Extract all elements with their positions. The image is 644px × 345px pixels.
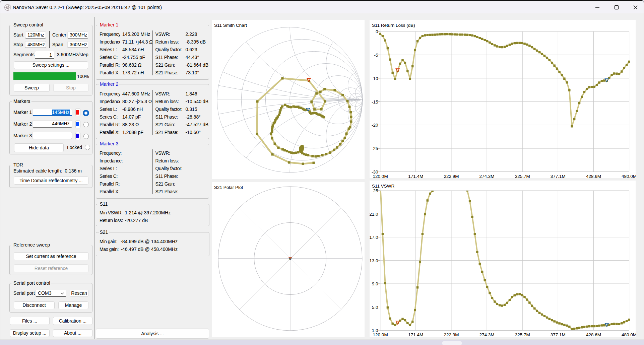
svg-text:325.7M: 325.7M [515, 332, 530, 337]
svg-text:21.0: 21.0 [370, 212, 378, 217]
svg-text:480.0M: 480.0M [622, 174, 636, 178]
svg-text:171.4M: 171.4M [408, 174, 423, 178]
svg-text:S11 VSWR: S11 VSWR [372, 184, 395, 189]
svg-text:274.3M: 274.3M [479, 174, 494, 178]
svg-text:5.0: 5.0 [372, 305, 378, 310]
svg-text:S11 Smith Chart: S11 Smith Chart [214, 23, 247, 28]
svg-text:325.7M: 325.7M [515, 174, 530, 178]
svg-text:9.0: 9.0 [372, 281, 378, 286]
svg-text:-15: -15 [372, 99, 378, 105]
svg-text:17.0: 17.0 [370, 235, 378, 240]
svg-text:428.6M: 428.6M [586, 332, 601, 337]
svg-text:S11 Return Loss (dB): S11 Return Loss (dB) [372, 23, 415, 28]
svg-text:222.9M: 222.9M [444, 332, 459, 337]
svg-text:480.0M: 480.0M [622, 332, 636, 337]
svg-text:377.1M: 377.1M [551, 332, 566, 337]
svg-text:0: 0 [376, 29, 378, 34]
svg-text:-10: -10 [372, 76, 378, 81]
svg-text:S21 Polar Plot: S21 Polar Plot [214, 185, 243, 190]
svg-text:171.4M: 171.4M [408, 332, 423, 337]
svg-text:13.0: 13.0 [370, 258, 378, 263]
svg-text:377.1M: 377.1M [551, 174, 566, 178]
svg-text:-5: -5 [374, 53, 378, 58]
svg-text:120.0M: 120.0M [373, 174, 388, 178]
svg-text:222.9M: 222.9M [444, 174, 459, 178]
svg-text:120.0M: 120.0M [373, 332, 388, 337]
svg-text:-25: -25 [372, 146, 378, 151]
svg-text:25: 25 [373, 188, 378, 193]
svg-text:274.3M: 274.3M [479, 332, 494, 337]
svg-text:428.6M: 428.6M [586, 174, 601, 178]
svg-text:-20: -20 [372, 123, 378, 128]
